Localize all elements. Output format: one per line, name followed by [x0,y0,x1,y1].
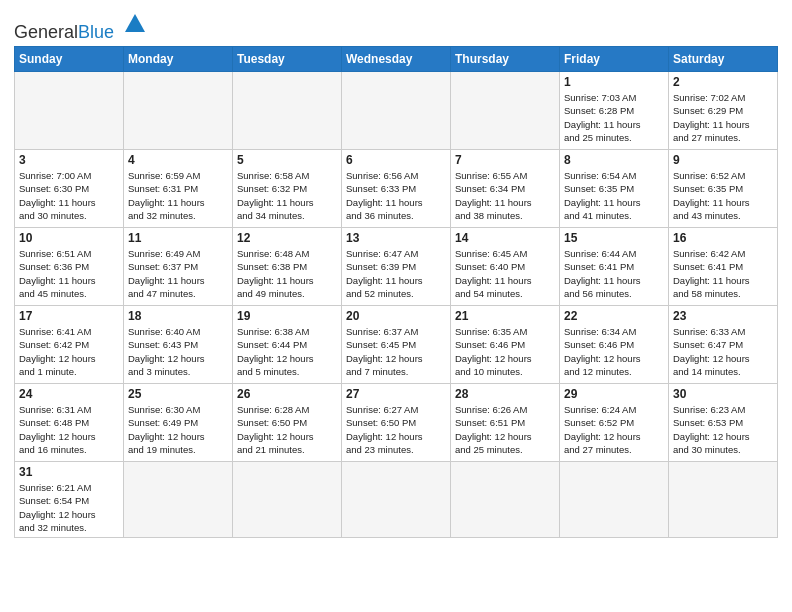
day-number: 14 [455,231,555,245]
day-number: 7 [455,153,555,167]
day-number: 30 [673,387,773,401]
day-number: 24 [19,387,119,401]
day-info: Sunrise: 7:02 AM Sunset: 6:29 PM Dayligh… [673,91,773,144]
day-info: Sunrise: 6:34 AM Sunset: 6:46 PM Dayligh… [564,325,664,378]
day-cell: 2Sunrise: 7:02 AM Sunset: 6:29 PM Daylig… [669,72,778,150]
day-number: 18 [128,309,228,323]
day-info: Sunrise: 6:28 AM Sunset: 6:50 PM Dayligh… [237,403,337,456]
day-info: Sunrise: 6:51 AM Sunset: 6:36 PM Dayligh… [19,247,119,300]
day-number: 17 [19,309,119,323]
day-cell: 31Sunrise: 6:21 AM Sunset: 6:54 PM Dayli… [15,462,124,538]
day-number: 1 [564,75,664,89]
day-cell: 11Sunrise: 6:49 AM Sunset: 6:37 PM Dayli… [124,228,233,306]
day-number: 16 [673,231,773,245]
day-number: 12 [237,231,337,245]
day-cell: 14Sunrise: 6:45 AM Sunset: 6:40 PM Dayli… [451,228,560,306]
day-info: Sunrise: 6:38 AM Sunset: 6:44 PM Dayligh… [237,325,337,378]
calendar: SundayMondayTuesdayWednesdayThursdayFrid… [14,46,778,538]
day-cell: 26Sunrise: 6:28 AM Sunset: 6:50 PM Dayli… [233,384,342,462]
day-info: Sunrise: 6:24 AM Sunset: 6:52 PM Dayligh… [564,403,664,456]
day-info: Sunrise: 6:55 AM Sunset: 6:34 PM Dayligh… [455,169,555,222]
week-row-4: 17Sunrise: 6:41 AM Sunset: 6:42 PM Dayli… [15,306,778,384]
day-info: Sunrise: 6:54 AM Sunset: 6:35 PM Dayligh… [564,169,664,222]
day-info: Sunrise: 6:33 AM Sunset: 6:47 PM Dayligh… [673,325,773,378]
day-number: 11 [128,231,228,245]
day-number: 31 [19,465,119,479]
week-row-2: 3Sunrise: 7:00 AM Sunset: 6:30 PM Daylig… [15,150,778,228]
day-number: 22 [564,309,664,323]
day-info: Sunrise: 7:03 AM Sunset: 6:28 PM Dayligh… [564,91,664,144]
day-info: Sunrise: 6:52 AM Sunset: 6:35 PM Dayligh… [673,169,773,222]
day-info: Sunrise: 6:58 AM Sunset: 6:32 PM Dayligh… [237,169,337,222]
day-cell: 23Sunrise: 6:33 AM Sunset: 6:47 PM Dayli… [669,306,778,384]
day-info: Sunrise: 6:49 AM Sunset: 6:37 PM Dayligh… [128,247,228,300]
day-info: Sunrise: 6:56 AM Sunset: 6:33 PM Dayligh… [346,169,446,222]
week-row-6: 31Sunrise: 6:21 AM Sunset: 6:54 PM Dayli… [15,462,778,538]
day-info: Sunrise: 6:21 AM Sunset: 6:54 PM Dayligh… [19,481,119,534]
weekday-header-saturday: Saturday [669,47,778,72]
day-cell: 20Sunrise: 6:37 AM Sunset: 6:45 PM Dayli… [342,306,451,384]
day-number: 3 [19,153,119,167]
day-number: 10 [19,231,119,245]
logo-text: GeneralBlue [14,22,119,42]
week-row-5: 24Sunrise: 6:31 AM Sunset: 6:48 PM Dayli… [15,384,778,462]
weekday-header-thursday: Thursday [451,47,560,72]
week-row-3: 10Sunrise: 6:51 AM Sunset: 6:36 PM Dayli… [15,228,778,306]
day-cell: 17Sunrise: 6:41 AM Sunset: 6:42 PM Dayli… [15,306,124,384]
week-row-1: 1Sunrise: 7:03 AM Sunset: 6:28 PM Daylig… [15,72,778,150]
day-cell: 6Sunrise: 6:56 AM Sunset: 6:33 PM Daylig… [342,150,451,228]
day-cell [560,462,669,538]
day-info: Sunrise: 6:42 AM Sunset: 6:41 PM Dayligh… [673,247,773,300]
day-number: 15 [564,231,664,245]
day-info: Sunrise: 6:31 AM Sunset: 6:48 PM Dayligh… [19,403,119,456]
logo: GeneralBlue [14,10,149,42]
day-cell: 27Sunrise: 6:27 AM Sunset: 6:50 PM Dayli… [342,384,451,462]
day-number: 13 [346,231,446,245]
page: GeneralBlue SundayMondayTuesdayWednesday… [0,0,792,548]
day-number: 19 [237,309,337,323]
day-info: Sunrise: 6:40 AM Sunset: 6:43 PM Dayligh… [128,325,228,378]
day-number: 27 [346,387,446,401]
day-cell: 12Sunrise: 6:48 AM Sunset: 6:38 PM Dayli… [233,228,342,306]
logo-blue: Blue [78,22,114,42]
day-info: Sunrise: 6:47 AM Sunset: 6:39 PM Dayligh… [346,247,446,300]
header: GeneralBlue [14,10,778,42]
day-info: Sunrise: 7:00 AM Sunset: 6:30 PM Dayligh… [19,169,119,222]
day-cell: 4Sunrise: 6:59 AM Sunset: 6:31 PM Daylig… [124,150,233,228]
day-info: Sunrise: 6:35 AM Sunset: 6:46 PM Dayligh… [455,325,555,378]
day-cell: 10Sunrise: 6:51 AM Sunset: 6:36 PM Dayli… [15,228,124,306]
day-number: 8 [564,153,664,167]
day-info: Sunrise: 6:41 AM Sunset: 6:42 PM Dayligh… [19,325,119,378]
day-info: Sunrise: 6:59 AM Sunset: 6:31 PM Dayligh… [128,169,228,222]
day-cell [451,72,560,150]
day-cell: 29Sunrise: 6:24 AM Sunset: 6:52 PM Dayli… [560,384,669,462]
day-cell: 5Sunrise: 6:58 AM Sunset: 6:32 PM Daylig… [233,150,342,228]
day-number: 20 [346,309,446,323]
day-cell: 21Sunrise: 6:35 AM Sunset: 6:46 PM Dayli… [451,306,560,384]
day-cell: 8Sunrise: 6:54 AM Sunset: 6:35 PM Daylig… [560,150,669,228]
day-number: 29 [564,387,664,401]
weekday-header-monday: Monday [124,47,233,72]
day-number: 26 [237,387,337,401]
day-number: 21 [455,309,555,323]
day-cell [233,72,342,150]
logo-general: General [14,22,78,42]
day-cell: 19Sunrise: 6:38 AM Sunset: 6:44 PM Dayli… [233,306,342,384]
day-info: Sunrise: 6:48 AM Sunset: 6:38 PM Dayligh… [237,247,337,300]
day-cell [451,462,560,538]
weekday-header-tuesday: Tuesday [233,47,342,72]
day-cell: 13Sunrise: 6:47 AM Sunset: 6:39 PM Dayli… [342,228,451,306]
day-number: 9 [673,153,773,167]
day-number: 4 [128,153,228,167]
weekday-header-friday: Friday [560,47,669,72]
day-number: 25 [128,387,228,401]
day-info: Sunrise: 6:44 AM Sunset: 6:41 PM Dayligh… [564,247,664,300]
weekday-header-row: SundayMondayTuesdayWednesdayThursdayFrid… [15,47,778,72]
day-cell: 7Sunrise: 6:55 AM Sunset: 6:34 PM Daylig… [451,150,560,228]
day-cell [124,72,233,150]
day-info: Sunrise: 6:45 AM Sunset: 6:40 PM Dayligh… [455,247,555,300]
day-info: Sunrise: 6:30 AM Sunset: 6:49 PM Dayligh… [128,403,228,456]
day-cell [233,462,342,538]
day-cell: 1Sunrise: 7:03 AM Sunset: 6:28 PM Daylig… [560,72,669,150]
day-cell: 15Sunrise: 6:44 AM Sunset: 6:41 PM Dayli… [560,228,669,306]
